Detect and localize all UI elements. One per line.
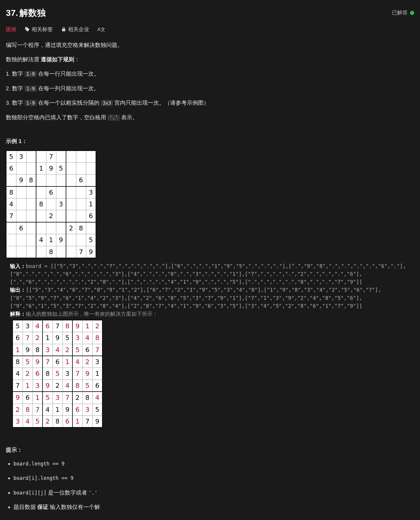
sudoku-cell [46,174,56,186]
sudoku-cell: 3 [16,151,26,163]
sudoku-cell: 1 [23,380,33,392]
code-inline: 1-9 [25,100,37,106]
sudoku-cell: 5 [33,416,43,428]
output-text: [["5","3","4","6","7","8","9","1","2"],[… [10,287,381,309]
sudoku-cell [86,174,96,186]
sudoku-cell [26,198,36,210]
sudoku-cell: 2 [62,344,72,356]
sudoku-cell: 2 [82,356,92,368]
sudoku-cell [86,222,96,234]
sudoku-cell [6,174,16,186]
sudoku-cell [16,186,26,198]
sudoku-cell [46,222,56,234]
sudoku-cell [36,186,46,198]
input-text: board = [["5","3",".",".","7",".",".",".… [10,263,406,285]
sudoku-cell: 8 [76,222,86,234]
sudoku-cell: 8 [46,246,56,258]
sudoku-cell: 3 [23,320,33,332]
difficulty-tag[interactable]: 困难 [6,25,16,34]
sudoku-cell: 8 [62,320,72,332]
sudoku-cell: 3 [43,344,52,356]
sudoku-cell: 6 [43,320,52,332]
sudoku-cell [66,151,76,163]
sudoku-cell [36,210,46,222]
lock-icon [61,27,66,32]
tab-related-companies[interactable]: 相关企业 [61,25,89,34]
sudoku-cell: 1 [33,392,43,404]
hint-item: board[i].length == 9 [13,473,414,482]
sudoku-cell: 6 [46,186,56,198]
hint-item: board[i][j] 是一位数字或者 '.' [13,488,414,497]
blank-explain: 数独部分空格内已填入了数字，空白格用 '.' 表示。 [6,113,414,122]
sudoku-cell: 1 [92,368,102,380]
sudoku-cell: 4 [82,332,92,344]
sudoku-cell: 9 [56,234,66,246]
example-io-block: 输入：board = [["5","3",".",".","7",".","."… [10,262,414,318]
sudoku-cell [26,234,36,246]
sudoku-cell [16,198,26,210]
translate-icon: A文 [97,26,105,33]
sudoku-cell: 3 [56,198,66,210]
sudoku-cell [26,151,36,163]
sudoku-cell: 7 [52,320,62,332]
sudoku-cell: 9 [86,246,96,258]
sudoku-cell: 8 [52,416,62,428]
sudoku-cell: 8 [82,392,92,404]
tab-translate[interactable]: A文 [97,26,105,33]
sudoku-cell [66,198,76,210]
sudoku-cell [66,174,76,186]
sudoku-cell: 9 [52,332,62,344]
sudoku-cell: 3 [92,356,102,368]
sudoku-cell [76,198,86,210]
tab-related-tags[interactable]: 相关标签 [25,25,53,34]
output-label: 输出： [10,287,26,293]
hints-heading: 提示： [6,445,414,455]
sudoku-cell: 6 [86,210,96,222]
sudoku-cell [36,222,46,234]
sudoku-cell: 1 [46,234,56,246]
sudoku-cell [76,234,86,246]
sudoku-cell: 2 [52,380,62,392]
sudoku-cell: 9 [23,344,33,356]
sudoku-cell [6,246,16,258]
sudoku-cell [56,174,66,186]
sudoku-cell: 2 [46,210,56,222]
sudoku-cell: 2 [33,332,43,344]
sudoku-cell: 8 [26,174,36,186]
hints-list: board.length == 9 board[i].length == 9 b… [6,459,414,512]
sudoku-cell [56,151,66,163]
sudoku-cell [36,174,46,186]
sudoku-cell: 1 [43,332,52,344]
code-inline: 3x3 [101,100,113,106]
sudoku-cell: 8 [43,368,52,380]
sudoku-cell: 5 [92,404,102,415]
sudoku-cell: 8 [33,344,43,356]
hint-item: board.length == 9 [13,459,414,468]
sudoku-cell: 1 [13,344,23,356]
sudoku-cell: 5 [13,320,23,332]
explain-text: 输入的数独如上图所示，唯一有效的解决方案如下所示： [26,311,158,317]
sudoku-cell [36,151,46,163]
sudoku-cell [66,234,76,246]
sudoku-cell: 5 [86,234,96,246]
sudoku-cell [26,246,36,258]
sudoku-cell: 3 [62,368,72,380]
sudoku-cell [66,162,76,174]
sudoku-cell: 6 [92,380,102,392]
sudoku-cell: 8 [36,198,46,210]
sudoku-cell: 5 [43,392,52,404]
sudoku-cell [6,222,16,234]
sudoku-cell: 4 [33,320,43,332]
tag-icon [25,27,30,32]
sudoku-cell: 9 [43,380,52,392]
sudoku-cell: 8 [13,356,23,368]
explain-label: 解释： [10,311,26,317]
header: 37. 解数独 已解答 [6,5,414,20]
sudoku-cell [86,162,96,174]
meta-tabs: 困难 相关标签 相关企业 A文 [6,25,414,34]
sudoku-cell [26,210,36,222]
rules-lead: 数独的解法需 遵循如下规则： [6,55,414,64]
code-inline: '.' [108,115,120,121]
code-inline: 1-9 [25,71,37,77]
intro-text: 编写一个程序，通过填充空格来解决数独问题。 [6,40,414,50]
